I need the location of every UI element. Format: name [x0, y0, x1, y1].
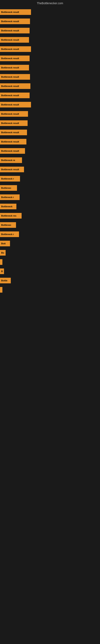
bar-3: Bottleneck result [0, 37, 29, 43]
bar-row-2: Bottleneck result [0, 26, 100, 35]
bar-label-8: Bottleneck result [1, 85, 19, 87]
bar-label-29: Bottle [1, 279, 7, 282]
bar-label-7: Bottleneck result [1, 76, 19, 78]
bar-29: Bottle [0, 278, 11, 283]
bar-row-4: Bottleneck result [0, 45, 100, 54]
bar-1: Bottleneck result [0, 18, 30, 24]
bar-18: Bottleneck r [0, 176, 20, 182]
bar-row-13: Bottleneck result [0, 128, 100, 137]
bar-10: Bottleneck result [0, 102, 31, 108]
bar-label-22: Bottleneck res [1, 214, 16, 217]
bar-label-25: Bott [1, 242, 6, 245]
bar-27: | [0, 259, 2, 265]
bar-row-0: Bottleneck result [0, 8, 100, 16]
bar-28: B [0, 268, 4, 274]
bar-label-18: Bottleneck r [1, 178, 14, 180]
bar-label-28: B [1, 270, 3, 272]
bar-row-16: Bottleneck re [0, 156, 100, 164]
bar-row-15: Bottleneck result [0, 146, 100, 155]
bar-row-5: Bottleneck result [0, 54, 100, 63]
bar-label-19: Bottlenec [1, 187, 11, 189]
bar-row-27: | [0, 258, 100, 266]
bar-row-10: Bottleneck result [0, 100, 100, 109]
bar-row-26: Bo [0, 248, 100, 257]
bar-14: Bottleneck result [0, 139, 26, 144]
bar-label-3: Bottleneck result [1, 39, 19, 41]
bar-label-10: Bottleneck result [1, 104, 19, 106]
bar-row-19: Bottlenec [0, 184, 100, 192]
bar-15: Bottleneck result [0, 148, 25, 154]
bar-7: Bottleneck result [0, 74, 30, 80]
bar-11: Bottleneck result [0, 111, 28, 117]
bar-label-20: Bottleneck r [1, 196, 14, 198]
chart-area: Bottleneck resultBottleneck resultBottle… [0, 6, 100, 296]
bar-22: Bottleneck res [0, 213, 22, 218]
bar-label-4: Bottleneck result [1, 48, 19, 50]
bar-25: Bott [0, 241, 10, 246]
bar-label-0: Bottleneck result [1, 11, 19, 13]
bar-row-6: Bottleneck result [0, 63, 100, 72]
bar-21: Bottleneck [0, 204, 16, 209]
site-title: TheBottlenecker.com [0, 0, 100, 6]
bar-label-16: Bottleneck re [1, 159, 15, 162]
bar-9: Bottleneck result [0, 92, 30, 98]
bar-label-15: Bottleneck result [1, 150, 19, 152]
bar-label-12: Bottleneck result [1, 122, 19, 124]
bar-row-22: Bottleneck res [0, 211, 100, 220]
bar-label-1: Bottleneck result [1, 20, 19, 22]
bar-row-7: Bottleneck result [0, 72, 100, 81]
bar-row-20: Bottleneck r [0, 193, 100, 202]
bar-30: | [0, 287, 2, 292]
bar-row-24: Bottleneck r [0, 230, 100, 239]
bar-6: Bottleneck result [0, 65, 29, 70]
bar-row-23: Bottlenec [0, 220, 100, 230]
bar-16: Bottleneck re [0, 158, 22, 163]
bar-4: Bottleneck result [0, 46, 31, 52]
bar-row-28: B [0, 267, 100, 276]
bar-label-23: Bottlenec [1, 224, 11, 226]
bar-label-11: Bottleneck result [1, 113, 19, 115]
bar-5: Bottleneck result [0, 56, 30, 61]
bar-row-11: Bottleneck result [0, 110, 100, 118]
bar-label-5: Bottleneck result [1, 57, 19, 60]
bar-26: Bo [0, 250, 6, 256]
bar-row-9: Bottleneck result [0, 91, 100, 100]
bar-20: Bottleneck r [0, 194, 20, 200]
bar-row-3: Bottleneck result [0, 36, 100, 44]
bar-row-25: Bott [0, 239, 100, 248]
bar-label-6: Bottleneck result [1, 66, 19, 69]
bar-0: Bottleneck result [0, 9, 31, 15]
bar-row-12: Bottleneck result [0, 119, 100, 128]
bar-label-13: Bottleneck result [1, 131, 19, 134]
bar-8: Bottleneck result [0, 83, 30, 89]
bar-24: Bottleneck r [0, 232, 19, 237]
bar-label-9: Bottleneck result [1, 94, 19, 96]
bar-row-30: | [0, 285, 100, 294]
bar-label-24: Bottleneck r [1, 233, 14, 236]
bar-row-29: Bottle [0, 276, 100, 285]
bar-label-14: Bottleneck result [1, 140, 19, 143]
bar-13: Bottleneck result [0, 130, 27, 135]
bar-17: Bottleneck result [0, 167, 24, 172]
bar-23: Bottlenec [0, 222, 16, 228]
bar-label-21: Bottleneck [1, 205, 12, 208]
bar-row-18: Bottleneck r [0, 174, 100, 183]
bar-label-26: Bo [1, 252, 4, 254]
bar-row-8: Bottleneck result [0, 82, 100, 90]
bar-row-1: Bottleneck result [0, 17, 100, 26]
bar-label-2: Bottleneck result [1, 30, 19, 32]
bar-19: Bottlenec [0, 185, 17, 191]
bar-row-14: Bottleneck result [0, 137, 100, 146]
bar-row-17: Bottleneck result [0, 165, 100, 174]
bar-row-21: Bottleneck [0, 202, 100, 211]
bar-2: Bottleneck result [0, 28, 30, 34]
bar-label-17: Bottleneck result [1, 168, 19, 171]
bar-12: Bottleneck result [0, 120, 28, 126]
